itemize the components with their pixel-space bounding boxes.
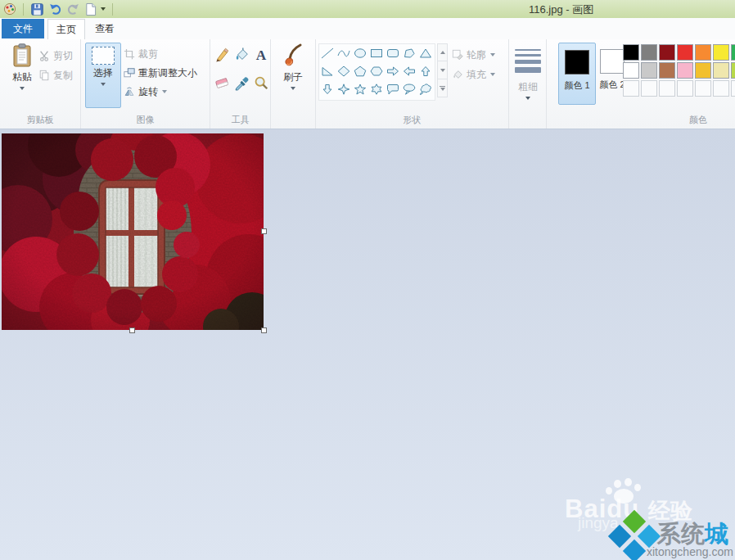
shape-rectangle-icon[interactable]: [368, 44, 384, 62]
size-caret-icon[interactable]: [525, 97, 530, 100]
color1-swatch: [565, 50, 589, 75]
crop-button[interactable]: 裁剪: [124, 46, 158, 62]
resize-label: 重新调整大小: [138, 66, 197, 80]
palette-swatch[interactable]: [677, 62, 693, 79]
shape-curve-icon[interactable]: [336, 44, 351, 62]
outline-button[interactable]: 轮廓: [452, 47, 495, 63]
palette-swatch-empty[interactable]: [731, 80, 735, 97]
shape-star-6-icon[interactable]: [368, 80, 384, 98]
resize-handle-bottom[interactable]: [129, 327, 135, 333]
paste-label: 粘贴: [12, 70, 32, 84]
select-button[interactable]: 选择: [85, 43, 121, 108]
shapes-scroll-up-icon[interactable]: [437, 43, 448, 61]
copy-label: 复制: [53, 69, 73, 83]
selection-rectangle-icon: [92, 47, 115, 65]
svg-text:A: A: [256, 47, 267, 63]
palette-swatch[interactable]: [641, 62, 657, 79]
shape-callout-rounded-icon[interactable]: [385, 80, 400, 98]
shape-triangle-icon[interactable]: [417, 44, 433, 62]
crop-icon: [124, 48, 135, 60]
palette-swatch-empty[interactable]: [677, 80, 693, 97]
group-tools: A 工具: [210, 39, 271, 129]
color1-button[interactable]: 颜色 1: [558, 43, 596, 105]
paint-window: 116.jpg - 画图 文件 主页 查看 粘贴 剪切 复制 剪贴板: [0, 0, 735, 560]
shape-callout-oval-icon[interactable]: [401, 80, 417, 98]
tab-view[interactable]: 查看: [87, 19, 123, 38]
window-title: 116.jpg - 画图: [529, 2, 593, 17]
shape-arrow-down-icon[interactable]: [319, 80, 335, 98]
shape-pentagon-icon[interactable]: [352, 62, 368, 80]
size-button[interactable]: 粗细: [509, 79, 547, 95]
palette-swatch[interactable]: [641, 44, 657, 61]
brushes-button[interactable]: 刷子: [275, 43, 311, 108]
canvas-image[interactable]: [2, 133, 264, 330]
palette-swatch[interactable]: [659, 62, 675, 79]
shape-hexagon-icon[interactable]: [368, 62, 384, 80]
shape-right-triangle-icon[interactable]: [319, 62, 335, 80]
pencil-icon[interactable]: [213, 46, 231, 64]
redo-icon[interactable]: [66, 2, 80, 16]
paint-app-icon[interactable]: [3, 2, 16, 16]
line-size-icon: [515, 49, 541, 76]
resize-handle-right[interactable]: [261, 228, 267, 234]
shape-arrow-up-icon[interactable]: [417, 62, 433, 80]
shape-diamond-icon[interactable]: [336, 62, 351, 80]
shape-arrow-left-icon[interactable]: [401, 62, 417, 80]
crop-label: 裁剪: [138, 47, 158, 61]
color-picker-icon[interactable]: [232, 74, 250, 92]
shape-ellipse-icon[interactable]: [352, 44, 368, 62]
fill-bucket-icon[interactable]: [232, 46, 250, 64]
palette-swatch-empty[interactable]: [713, 80, 729, 97]
resize-button[interactable]: 重新调整大小: [124, 65, 197, 81]
palette-swatch[interactable]: [677, 44, 693, 61]
select-caret-icon: [101, 83, 106, 86]
shape-star-4-icon[interactable]: [336, 80, 351, 98]
fill-button[interactable]: 填充: [452, 66, 495, 83]
shape-rounded-rectangle-icon[interactable]: [385, 44, 400, 62]
palette-swatch[interactable]: [731, 62, 735, 79]
color-palette: [622, 43, 735, 97]
undo-icon[interactable]: [48, 2, 62, 16]
palette-swatch[interactable]: [695, 44, 711, 61]
scissors-icon: [38, 50, 50, 61]
save-icon[interactable]: [30, 2, 44, 16]
group-label-image: 图像: [81, 114, 210, 126]
new-document-icon[interactable]: [84, 2, 97, 16]
palette-swatch[interactable]: [623, 62, 639, 79]
toolbar-separator: [112, 3, 113, 16]
rotate-button[interactable]: 旋转: [124, 84, 167, 100]
shape-polygon-icon[interactable]: [401, 44, 417, 62]
palette-swatch[interactable]: [731, 44, 735, 61]
palette-swatch-empty[interactable]: [641, 80, 657, 97]
cut-button[interactable]: 剪切: [38, 47, 73, 64]
rotate-icon: [124, 86, 135, 97]
shape-callout-cloud-icon[interactable]: [417, 80, 433, 98]
xitongcheng-url: xitongcheng.com: [647, 545, 733, 558]
palette-swatch[interactable]: [713, 44, 729, 61]
palette-swatch-empty[interactable]: [659, 80, 675, 97]
palette-swatch-empty[interactable]: [695, 80, 711, 97]
shapes-more-icon[interactable]: [437, 79, 448, 97]
tab-file[interactable]: 文件: [2, 19, 44, 38]
palette-swatch[interactable]: [713, 62, 729, 79]
logo-diamond-blue-left: [608, 525, 631, 548]
shapes-scroll-down-icon[interactable]: [437, 61, 448, 79]
rotate-caret-icon: [162, 90, 167, 93]
shape-arrow-right-icon[interactable]: [385, 62, 400, 80]
palette-swatch[interactable]: [695, 62, 711, 79]
customize-caret-icon[interactable]: [101, 7, 106, 11]
copy-button[interactable]: 复制: [38, 67, 73, 84]
text-icon[interactable]: A: [252, 46, 270, 64]
paste-button[interactable]: 粘贴: [4, 43, 40, 108]
eraser-icon[interactable]: [213, 74, 231, 92]
quick-access-toolbar: [0, 0, 115, 18]
magnifier-icon[interactable]: [252, 74, 270, 92]
shape-star-5-icon[interactable]: [352, 80, 368, 98]
palette-swatch[interactable]: [623, 44, 639, 61]
palette-swatch-empty[interactable]: [623, 80, 639, 97]
resize-handle-corner[interactable]: [261, 327, 267, 333]
palette-swatch[interactable]: [659, 44, 675, 61]
tab-home[interactable]: 主页: [47, 19, 85, 39]
shapes-scrollbar: [437, 43, 448, 97]
shape-line-icon[interactable]: [319, 44, 335, 62]
